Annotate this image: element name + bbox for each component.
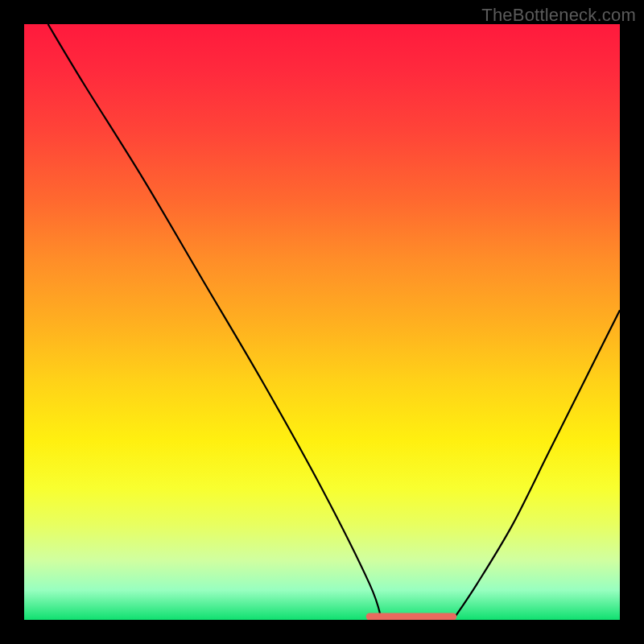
chart-svg (24, 24, 620, 620)
watermark-text: TheBottleneck.com (481, 5, 636, 26)
left-curve (48, 24, 382, 620)
chart-frame: TheBottleneck.com (0, 0, 644, 644)
right-curve (453, 310, 620, 620)
plot-area (24, 24, 620, 620)
